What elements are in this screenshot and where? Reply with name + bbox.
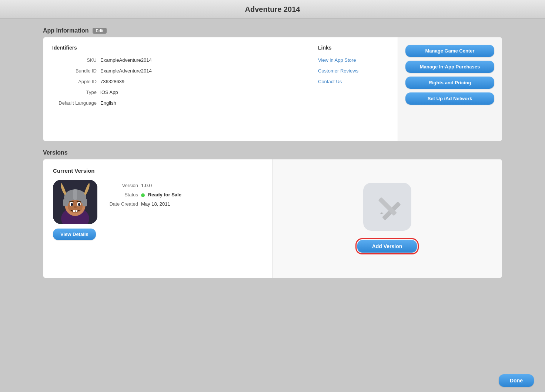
identifiers-column: Identifiers SKU ExampleAdventure2014 Bun… (43, 37, 309, 141)
status-value: Ready for Sale (141, 192, 181, 197)
default-language-value: English (100, 100, 116, 106)
contact-us-link[interactable]: Contact Us (318, 79, 389, 84)
date-created-row: Date Created May 18, 2011 (105, 201, 181, 207)
view-details-button[interactable]: View Details (53, 229, 96, 240)
app-icon (53, 180, 97, 224)
current-version-column: Current Version (43, 159, 272, 278)
date-created-value: May 18, 2011 (141, 201, 170, 207)
type-label: Type (52, 89, 100, 95)
date-created-label: Date Created (105, 201, 138, 207)
current-version-title: Current Version (53, 168, 263, 174)
section-header-versions: Versions (43, 149, 502, 156)
status-text: Ready for Sale (148, 192, 181, 197)
svg-point-11 (78, 203, 80, 206)
title-bar: Adventure 2014 (0, 0, 545, 18)
svg-point-12 (74, 206, 77, 208)
apple-id-row: Apple ID 736328639 (52, 79, 300, 84)
app-information-card: Identifiers SKU ExampleAdventure2014 Bun… (43, 37, 502, 141)
app-information-section: App Information Edit Identifiers SKU Exa… (43, 27, 502, 141)
placeholder-icon (363, 183, 411, 231)
version-body: Version 1.0.0 Status Ready for Sale (53, 180, 263, 224)
sku-row: SKU ExampleAdventure2014 (52, 57, 300, 63)
add-version-column: Add Version (272, 159, 502, 278)
app-information-label: App Information (43, 27, 89, 34)
type-row: Type iOS App (52, 89, 300, 95)
view-app-store-link[interactable]: View in App Store (318, 57, 389, 63)
bundle-id-row: Bundle ID ExampleAdventure2014 (52, 68, 300, 74)
app-info-grid: Identifiers SKU ExampleAdventure2014 Bun… (43, 37, 502, 141)
buttons-column: Manage Game Center Manage In-App Purchas… (398, 37, 502, 141)
default-language-row: Default Language English (52, 100, 300, 106)
manage-game-center-button[interactable]: Manage Game Center (405, 45, 494, 57)
setup-iad-network-button[interactable]: Set Up iAd Network (405, 92, 494, 105)
status-dot-icon (141, 193, 145, 197)
svg-marker-17 (380, 212, 384, 214)
svg-rect-14 (76, 210, 77, 212)
version-number-label: Version (105, 183, 138, 188)
svg-rect-4 (73, 189, 77, 200)
done-button[interactable]: Done (499, 374, 534, 387)
main-content: App Information Edit Identifiers SKU Exa… (43, 27, 502, 278)
footer: Done (0, 369, 545, 392)
apple-id-value: 736328639 (100, 79, 124, 84)
manage-in-app-purchases-button[interactable]: Manage In-App Purchases (405, 61, 494, 73)
svg-point-10 (71, 203, 73, 206)
version-details: Version 1.0.0 Status Ready for Sale (105, 180, 181, 207)
add-version-button[interactable]: Add Version (357, 240, 417, 253)
links-title: Links (318, 45, 389, 51)
identifiers-title: Identifiers (52, 45, 300, 51)
status-row: Status Ready for Sale (105, 192, 181, 197)
default-language-label: Default Language (52, 100, 100, 106)
customer-reviews-link[interactable]: Customer Reviews (318, 68, 389, 74)
version-number-row: Version 1.0.0 (105, 183, 181, 188)
section-header-app-info: App Information Edit (43, 27, 502, 34)
svg-rect-6 (83, 199, 87, 206)
add-version-highlight: Add Version (355, 238, 419, 254)
sku-label: SKU (52, 57, 100, 63)
version-number-value: 1.0.0 (141, 183, 152, 188)
bundle-id-value: ExampleAdventure2014 (100, 68, 152, 74)
versions-card: Current Version (43, 159, 502, 278)
edit-badge[interactable]: Edit (93, 28, 107, 34)
versions-grid: Current Version (43, 159, 502, 278)
svg-rect-5 (63, 199, 68, 206)
bundle-id-label: Bundle ID (52, 68, 100, 74)
sku-value: ExampleAdventure2014 (100, 57, 152, 63)
type-value: iOS App (100, 89, 118, 95)
links-column: Links View in App Store Customer Reviews… (309, 37, 398, 141)
svg-rect-13 (73, 210, 75, 212)
versions-label: Versions (43, 149, 68, 156)
window-title: Adventure 2014 (0, 5, 545, 14)
apple-id-label: Apple ID (52, 79, 100, 84)
status-label: Status (105, 192, 138, 197)
rights-and-pricing-button[interactable]: Rights and Pricing (405, 77, 494, 89)
versions-section: Versions Current Version (43, 149, 502, 278)
